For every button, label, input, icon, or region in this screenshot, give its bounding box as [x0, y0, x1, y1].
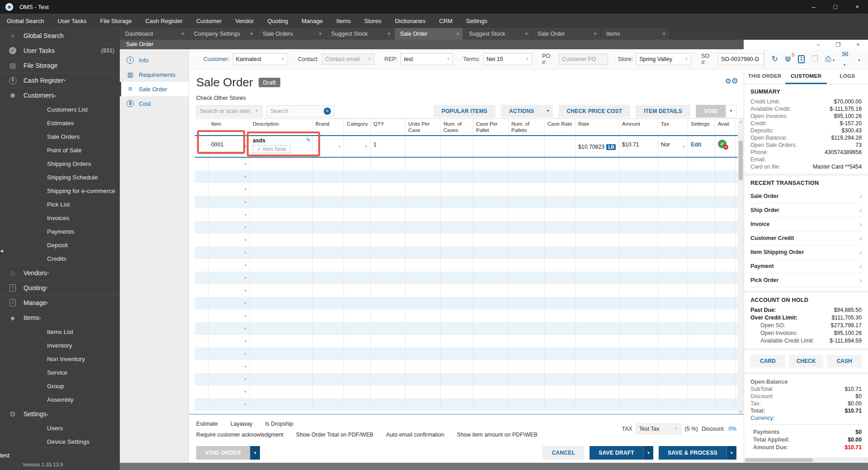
document-tab[interactable]: Suggest Stock × [463, 28, 532, 40]
sidebar-item[interactable]: Customers List [0, 103, 120, 116]
option-toggle[interactable]: Require customer acknowledgment [196, 432, 283, 438]
column-header[interactable]: Brand [313, 119, 344, 135]
chevron-down-icon[interactable]: ▼ [244, 377, 247, 381]
table-row[interactable]: ▼ [195, 284, 738, 297]
chevron-down-icon[interactable]: ▼ [244, 390, 247, 394]
horizontal-scrollbar[interactable]: › [744, 457, 868, 463]
chevron-down-icon[interactable]: ▼ [244, 174, 247, 179]
tab-close-icon[interactable]: × [522, 31, 528, 37]
chevron-icon[interactable]: ▴ [39, 315, 41, 320]
sidebar-item[interactable]: Payments [0, 225, 120, 238]
column-header[interactable]: Amount [619, 119, 658, 135]
sidebar-item[interactable]: Vendors ▾ [0, 265, 120, 280]
sidebar-collapse-icon[interactable]: ◀ [0, 249, 3, 253]
document-tab[interactable]: Items × [601, 28, 670, 40]
contact-select[interactable]: Contact email▼ [322, 53, 374, 65]
rep-select[interactable]: test▼ [401, 53, 453, 65]
attachment-icon[interactable]: ⋓0 [785, 54, 791, 64]
minimize-icon[interactable]: – [803, 0, 825, 14]
cancel-button[interactable]: CANCEL [542, 446, 584, 460]
sidebar-item[interactable]: Users [0, 421, 120, 435]
table-row[interactable]: ▼ [195, 234, 738, 246]
clear-search-icon[interactable]: × [324, 108, 331, 115]
tax-select[interactable]: Test Tax▼ [636, 423, 681, 434]
column-header[interactable]: Units Per Case [406, 119, 441, 135]
menu-item[interactable]: Customer [189, 18, 228, 24]
table-row[interactable]: ▼ [195, 348, 738, 360]
rate-cell[interactable]: $10.70823 LB ⋮ [576, 136, 619, 157]
chevron-down-icon[interactable]: ▼ [244, 250, 247, 254]
tab-close-icon[interactable]: × [316, 31, 322, 37]
chevron-down-icon[interactable]: ▼ [244, 238, 247, 242]
store-select[interactable]: Spring Valley▼ [636, 53, 691, 65]
column-header[interactable]: Settings [688, 119, 715, 135]
save-draft-dropdown-icon[interactable]: ▼ [643, 446, 653, 460]
item-search-select[interactable]: Search or scan item▼ [196, 105, 262, 117]
table-row[interactable]: ▼ [195, 385, 738, 398]
table-row[interactable]: ▼ [195, 170, 738, 183]
chevron-down-icon[interactable]: ▼ [244, 212, 247, 216]
option-toggle[interactable]: Is Dropship [265, 421, 293, 427]
sidebar-item[interactable]: Shipping for e-commerce [0, 184, 120, 197]
po-input[interactable]: Customer PO [559, 53, 608, 65]
table-row[interactable]: ▼ [195, 259, 738, 272]
popular-items-button[interactable]: POPULAR ITEMS [434, 105, 495, 118]
sidebar-item[interactable]: Inventory [0, 338, 120, 352]
column-header[interactable]: Num. of Cases [441, 119, 473, 135]
column-header[interactable]: Case Per Pallet [473, 119, 509, 135]
chevron-down-icon[interactable]: ▼ [244, 364, 247, 368]
copy-icon[interactable]: ❐ [811, 54, 818, 64]
chevron-down-icon[interactable]: ▼ [244, 339, 247, 343]
sidebar-item[interactable]: Items List [0, 325, 120, 338]
edit-pencil-icon[interactable]: ✎ [306, 137, 311, 143]
recent-transaction-item[interactable]: Customer Credit› [750, 231, 862, 245]
tab-close-icon[interactable]: × [453, 31, 459, 37]
recent-transaction-item[interactable]: Pick Order› [750, 273, 862, 287]
table-row[interactable]: ▼ [195, 398, 738, 411]
table-row[interactable]: 0001▼ asds ✎ ✓ Item Note ▼ ▼ 1 [195, 136, 738, 158]
sidebar-item[interactable]: Shipping Orders [0, 157, 120, 170]
chevron-icon[interactable]: ▾ [47, 271, 49, 275]
sidebar-item[interactable]: Settings ▴ [0, 406, 120, 421]
item-note-field[interactable]: ✓ Item Note [253, 145, 290, 153]
window-minimize-icon[interactable]: – [808, 42, 828, 48]
sidebar-item[interactable]: Manage ▾ [0, 295, 120, 310]
sidebar-item[interactable]: Credits [0, 252, 120, 265]
sidebar-item[interactable]: Customers ▴ [0, 88, 120, 103]
option-toggle[interactable]: Auto email confirmation [386, 432, 444, 438]
so-number-input[interactable]: SO-0037980-D [718, 53, 764, 65]
menu-item[interactable]: Quoting [260, 18, 295, 24]
refresh-icon[interactable]: ↻ [772, 54, 778, 64]
column-header[interactable]: Num. of Pallets [509, 119, 545, 135]
sidebar-item[interactable]: Non Inventory [0, 352, 120, 366]
table-row[interactable]: ▼ [195, 272, 738, 284]
column-header[interactable]: Category [344, 119, 371, 135]
menu-item[interactable]: Stores [358, 18, 388, 24]
column-header[interactable]: Tax [658, 119, 688, 135]
chevron-down-icon[interactable]: ▼ [364, 144, 368, 148]
menu-item[interactable]: Settings [459, 18, 494, 24]
recent-transaction-item[interactable]: Invoice› [750, 217, 862, 231]
tab-close-icon[interactable]: × [591, 31, 597, 37]
panel-tab[interactable]: THIS ORDER [744, 69, 785, 84]
table-row[interactable]: ▼ [195, 297, 738, 310]
table-row[interactable]: ▼ [195, 196, 738, 208]
column-header[interactable]: Rate [576, 119, 619, 135]
tab-close-icon[interactable]: × [660, 31, 665, 37]
sidebar-item[interactable]: Point of Sale [0, 143, 120, 157]
chevron-down-icon[interactable]: ▼ [244, 162, 247, 166]
tab-close-icon[interactable]: × [247, 31, 253, 37]
void-order-button[interactable]: VOID ORDER [196, 446, 250, 460]
order-nav-item[interactable]: Sale Order [120, 82, 189, 96]
document-tab[interactable]: Company Settings × [189, 28, 257, 40]
menu-item[interactable]: Dictionaries [388, 18, 432, 24]
menu-item[interactable]: File Storage [93, 18, 138, 24]
sidebar-item[interactable]: Estimates [0, 116, 120, 130]
chevron-down-icon[interactable]: ▼ [244, 352, 247, 356]
recent-transaction-item[interactable]: Payment› [750, 259, 862, 273]
chevron-down-icon[interactable]: ▼ [244, 402, 247, 406]
table-row[interactable]: ▼ [195, 183, 738, 196]
qty-cell[interactable]: 1 [371, 136, 406, 157]
check-price-cost-button[interactable]: CHECK PRICE COST [558, 105, 630, 118]
description-cell[interactable]: asds ✎ ✓ Item Note [250, 136, 313, 157]
